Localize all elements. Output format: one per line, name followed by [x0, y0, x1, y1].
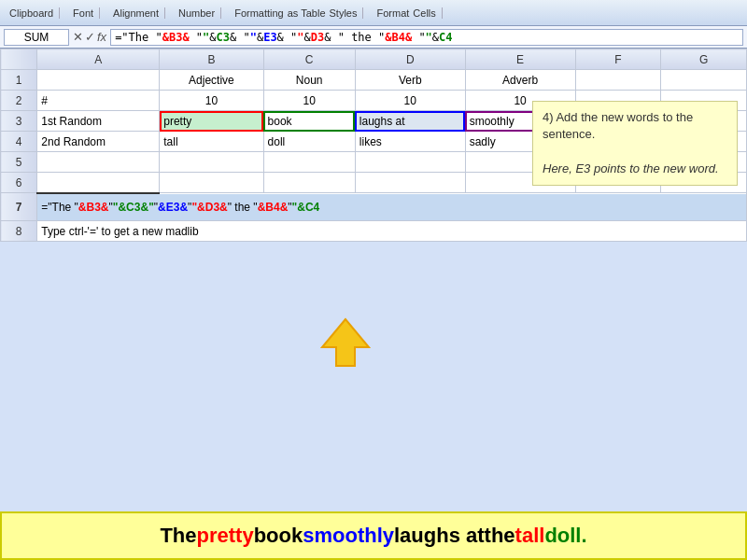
alignment-section: Alignment — [107, 7, 165, 19]
cell-d3[interactable]: laughs at — [355, 111, 465, 132]
styles-label: Styles — [330, 7, 358, 19]
col-header-e[interactable]: E — [465, 49, 575, 70]
row-num-7: 7 — [1, 193, 37, 221]
arrow-icon — [317, 315, 374, 371]
cell-e1[interactable]: Adverb — [465, 70, 575, 91]
formula-bar: SUM ✕ ✓ fx ="The "&B3& ""&C3& ""&E3& ""&… — [0, 26, 747, 49]
cells-section: Format Cells — [371, 7, 442, 19]
cell-instructions-8[interactable]: Type ctrl-'=' to get a new madlib — [37, 221, 747, 242]
col-header-a[interactable]: A — [37, 49, 160, 70]
tooltip-box: 4) Add the new words to the sentence. He… — [532, 101, 738, 186]
formula-input[interactable]: ="The "&B3& ""&C3& ""&E3& ""&D3& " the "… — [110, 29, 743, 46]
cell-a6[interactable] — [37, 173, 160, 193]
sentence-part2: pretty — [197, 524, 254, 548]
cell-b1[interactable]: Adjective — [160, 70, 263, 91]
formula-display: ="The "&B3& ""&C3&" "&E3& ""&D3&" the "&… — [41, 201, 742, 214]
cell-d2[interactable]: 10 — [355, 91, 465, 111]
col-header-f[interactable]: F — [575, 49, 661, 70]
svg-marker-0 — [322, 319, 369, 366]
cells-label: Cells — [413, 7, 435, 19]
cell-b3[interactable]: pretty — [160, 111, 263, 132]
table-row: 8 Type ctrl-'=' to get a new madlib — [1, 221, 747, 242]
col-header-c[interactable]: C — [263, 49, 355, 70]
confirm-icon[interactable]: ✓ — [85, 30, 95, 44]
sentence-part8: doll. — [544, 524, 586, 548]
sentence-part1: The — [160, 524, 196, 548]
cell-a2[interactable]: # — [37, 91, 160, 111]
col-header-d[interactable]: D — [355, 49, 465, 70]
cell-c6[interactable] — [263, 173, 355, 193]
cell-b5[interactable] — [160, 152, 263, 173]
formula-icons: ✕ ✓ fx — [73, 30, 106, 44]
table-row: 1 Adjective Noun Verb Adverb — [1, 70, 747, 91]
number-label: Number — [178, 7, 215, 19]
font-label: Font — [73, 7, 93, 19]
toolbar: Clipboard Font Alignment Number Formatti… — [0, 0, 747, 26]
row-num-3: 3 — [1, 111, 37, 132]
row-num-2: 2 — [1, 91, 37, 111]
column-header-row: A B C D E F G — [1, 49, 747, 70]
corner-cell — [1, 49, 37, 70]
arrow-indicator — [317, 315, 374, 371]
number-section: Number — [173, 7, 221, 19]
clipboard-label: Clipboard — [9, 7, 53, 19]
name-box[interactable]: SUM — [4, 29, 69, 46]
cell-f1[interactable] — [575, 70, 661, 91]
cell-formula-7[interactable]: ="The "&B3& ""&C3&" "&E3& ""&D3&" the "&… — [37, 193, 747, 221]
cell-b4[interactable]: tall — [160, 132, 263, 152]
cell-a5[interactable] — [37, 152, 160, 173]
cancel-icon[interactable]: ✕ — [73, 30, 83, 44]
cell-a4[interactable]: 2nd Random — [37, 132, 160, 152]
sentence-part6: the — [485, 524, 515, 548]
sentence-part3: book — [254, 524, 303, 548]
alignment-label: Alignment — [113, 7, 159, 19]
cell-c4[interactable]: doll — [263, 132, 355, 152]
cell-b6[interactable] — [160, 173, 263, 193]
cell-c2[interactable]: 10 — [263, 91, 355, 111]
sentence-part4: smoothly — [303, 524, 394, 548]
cell-d5[interactable] — [355, 152, 465, 173]
cell-a3[interactable]: 1st Random — [37, 111, 160, 132]
cell-g1[interactable] — [661, 70, 747, 91]
sentence-bar: The pretty book smoothly laughs at the t… — [0, 511, 747, 560]
tooltip-main: 4) Add the new words to the sentence. — [543, 110, 693, 141]
function-icon[interactable]: fx — [97, 30, 106, 44]
cell-b2[interactable]: 10 — [160, 91, 263, 111]
spreadsheet: A B C D E F G 1 Adjective Noun Verb Adve… — [0, 49, 747, 242]
as-table-label: as Table — [288, 7, 326, 19]
clipboard-section: Clipboard — [4, 7, 60, 19]
styles-section: Formatting as Table Styles — [229, 7, 363, 19]
sentence-part5: laughs at — [394, 524, 485, 548]
sentence-part7: tall — [515, 524, 545, 548]
tooltip-italic: Here, E3 points to the new word. — [543, 161, 719, 175]
row-num-4: 4 — [1, 132, 37, 152]
formatting-label: Formatting — [234, 7, 284, 19]
cell-d4[interactable]: likes — [355, 132, 465, 152]
row-num-8: 8 — [1, 221, 37, 242]
cell-c5[interactable] — [263, 152, 355, 173]
row-num-5: 5 — [1, 152, 37, 173]
col-header-g[interactable]: G — [661, 49, 747, 70]
font-section: Font — [67, 7, 100, 19]
row-num-6: 6 — [1, 173, 37, 193]
format-label: Format — [376, 7, 409, 19]
formula-row: 7 ="The "&B3& ""&C3&" "&E3& ""&D3&" the … — [1, 193, 747, 221]
row-num-1: 1 — [1, 70, 37, 91]
cell-d1[interactable]: Verb — [355, 70, 465, 91]
cell-c3[interactable]: book — [263, 111, 355, 132]
cell-d6[interactable] — [355, 173, 465, 193]
col-header-b[interactable]: B — [160, 49, 263, 70]
cell-c1[interactable]: Noun — [263, 70, 355, 91]
cell-a1[interactable] — [37, 70, 160, 91]
